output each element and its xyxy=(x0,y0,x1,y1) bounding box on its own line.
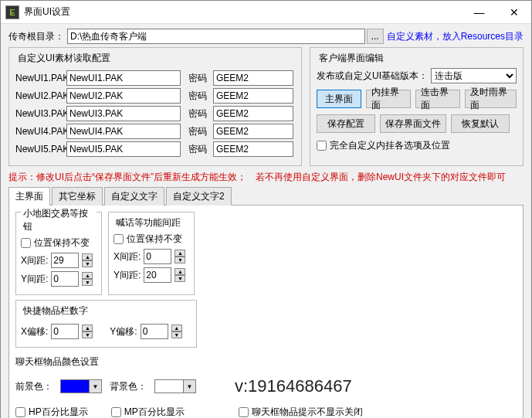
left-box-title: 自定义UI素材读取配置 xyxy=(15,52,113,65)
ui-section-button[interactable]: 连击界面 xyxy=(415,90,460,108)
ui-section-button[interactable]: 及时雨界面 xyxy=(465,90,517,108)
pak-pw-input-3[interactable] xyxy=(213,124,293,139)
spin-down[interactable]: ▼ xyxy=(82,331,93,338)
group-a-keep-checkbox[interactable] xyxy=(21,238,31,248)
root-label: 传奇根目录： xyxy=(8,30,67,43)
mp-percent-checkbox[interactable] xyxy=(111,407,121,417)
spin-up[interactable]: ▲ xyxy=(82,253,93,260)
pak-label-4: NewUI5.PAK xyxy=(15,144,63,155)
right-box-title: 客户端界面编辑 xyxy=(317,52,386,65)
close-button[interactable]: ✕ xyxy=(496,2,531,23)
version-select[interactable]: 连击版 xyxy=(431,68,517,83)
pak-file-input-3[interactable] xyxy=(66,124,181,139)
group-c-y-input[interactable] xyxy=(141,324,168,339)
group-b-keep-checkbox[interactable] xyxy=(114,234,124,244)
spin-up[interactable]: ▲ xyxy=(82,272,93,279)
pak-pw-input-1[interactable] xyxy=(213,88,293,104)
chat-item-tip-checkbox[interactable] xyxy=(239,407,249,417)
group-c-x-input[interactable] xyxy=(51,324,79,339)
group-a-title: 小地图交易等按钮 xyxy=(21,207,97,233)
spin-up[interactable]: ▲ xyxy=(171,325,182,331)
group-b-y-input[interactable] xyxy=(144,267,171,283)
hp-percent-checkbox[interactable] xyxy=(15,407,25,417)
group-a-y-input[interactable] xyxy=(51,271,79,287)
pak-label-2: NewUI3.PAK xyxy=(15,108,63,119)
hint-text: 修改UI后点击“保存界面文件”后重新生成方能生效； 若不再使用自定义界面，删除N… xyxy=(36,172,506,182)
version-label: 发布或自定义UI基础版本： xyxy=(317,70,428,83)
tab-3[interactable]: 自定义文字2 xyxy=(166,187,232,206)
pak-file-input-0[interactable] xyxy=(66,70,181,86)
pw-label: 密码 xyxy=(188,143,210,156)
pak-label-0: NewUI1.PAK xyxy=(15,73,63,83)
chevron-down-icon[interactable]: ▼ xyxy=(184,379,196,393)
pak-pw-input-4[interactable] xyxy=(213,141,293,157)
group-b-title: 喊话等功能间距 xyxy=(114,216,183,229)
full-custom-label: 完全自定义内挂各选项及位置 xyxy=(330,139,450,152)
resources-hint: 自定义素材，放入Resources目录 xyxy=(387,30,524,43)
pak-label-3: NewUI4.PAK xyxy=(15,126,63,137)
pak-file-input-1[interactable] xyxy=(66,88,181,104)
group-a-x-input[interactable] xyxy=(51,253,79,268)
spin-up[interactable]: ▲ xyxy=(175,268,185,275)
pw-label: 密码 xyxy=(188,90,210,103)
pw-label: 密码 xyxy=(188,125,210,138)
pak-label-1: NewUI2.PAK xyxy=(15,90,63,101)
window-title: 界面UI设置 xyxy=(24,5,462,19)
chevron-down-icon[interactable]: ▼ xyxy=(90,379,102,393)
spin-down[interactable]: ▼ xyxy=(175,275,185,282)
action-button[interactable]: 恢复默认 xyxy=(451,114,510,133)
tab-0[interactable]: 主界面 xyxy=(8,187,50,206)
pak-pw-input-0[interactable] xyxy=(213,70,293,86)
spin-up[interactable]: ▲ xyxy=(175,250,185,257)
bg-color-picker[interactable]: ▼ xyxy=(154,379,196,394)
spin-down[interactable]: ▼ xyxy=(82,260,93,267)
spin-down[interactable]: ▼ xyxy=(175,257,185,263)
group-b-x-input[interactable] xyxy=(144,249,171,264)
watermark-text: v:19164686467 xyxy=(235,376,352,396)
pak-file-input-2[interactable] xyxy=(66,106,181,121)
full-custom-checkbox[interactable] xyxy=(317,141,327,151)
browse-button[interactable]: ... xyxy=(367,29,384,44)
pw-label: 密码 xyxy=(188,72,210,85)
tab-1[interactable]: 其它坐标 xyxy=(52,187,103,206)
group-c-title: 快捷物品栏数字 xyxy=(21,304,90,318)
ui-section-button[interactable]: 内挂界面 xyxy=(366,90,411,108)
ui-section-button[interactable]: 主界面 xyxy=(317,90,361,108)
minimize-button[interactable]: — xyxy=(462,2,496,23)
action-button[interactable]: 保存配置 xyxy=(317,114,375,133)
spin-up[interactable]: ▲ xyxy=(82,325,93,331)
pak-file-input-4[interactable] xyxy=(66,141,181,157)
tab-2[interactable]: 自定义文字 xyxy=(104,187,164,206)
hint-prefix: 提示： xyxy=(8,172,36,182)
pak-pw-input-2[interactable] xyxy=(213,106,293,121)
fg-color-picker[interactable]: ▼ xyxy=(60,379,102,394)
root-path-input[interactable] xyxy=(67,29,365,44)
spin-down[interactable]: ▼ xyxy=(82,279,93,286)
action-button[interactable]: 保存界面文件 xyxy=(380,114,446,133)
app-icon: E xyxy=(5,5,19,19)
color-section-title: 聊天框物品颜色设置 xyxy=(15,355,517,369)
spin-down[interactable]: ▼ xyxy=(171,331,182,338)
pw-label: 密码 xyxy=(188,107,210,121)
